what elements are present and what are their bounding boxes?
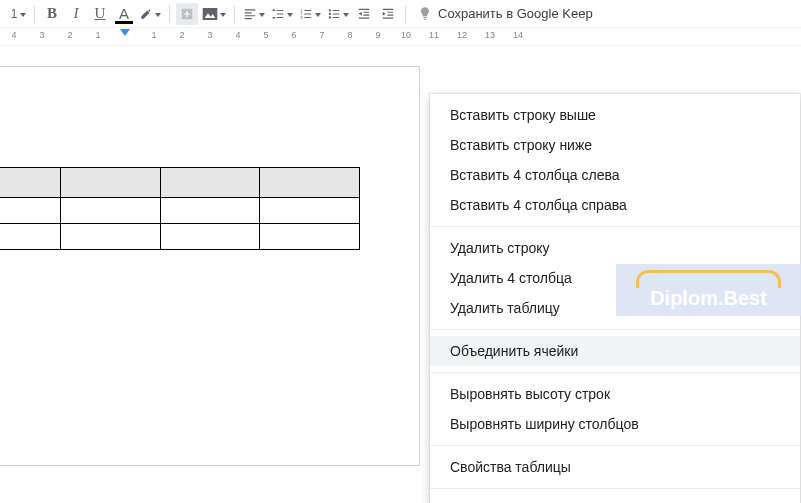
svg-text:3: 3: [300, 14, 303, 19]
menu-separator: [430, 226, 800, 227]
ruler-marks: 43211234567891011121314: [0, 30, 532, 40]
indent-marker[interactable]: [120, 29, 130, 36]
align-button[interactable]: [241, 3, 267, 25]
table-header-cell[interactable]: [260, 168, 360, 198]
numbered-list-button[interactable]: 123: [297, 3, 323, 25]
indent-increase-icon: [381, 7, 395, 21]
line-spacing-icon: [271, 7, 285, 21]
line-spacing-button[interactable]: [269, 3, 295, 25]
menu-separator: [430, 445, 800, 446]
highlight-color-button[interactable]: [137, 3, 163, 25]
table-row[interactable]: [0, 168, 360, 198]
italic-button[interactable]: I: [65, 3, 87, 25]
table-cell[interactable]: [0, 198, 60, 224]
table-header-cell[interactable]: [0, 168, 60, 198]
table-cell[interactable]: [160, 198, 260, 224]
menu-item[interactable]: Удалить 4 столбца: [430, 263, 800, 293]
zoom-label: 1: [11, 7, 18, 21]
save-to-keep-label: Сохранить в Google Keep: [438, 6, 593, 21]
table-context-menu: Вставить строку вышеВставить строку ниже…: [430, 94, 800, 503]
image-icon: [202, 7, 218, 21]
svg-point-7: [329, 12, 331, 14]
plus-box-icon: [180, 7, 194, 21]
menu-item[interactable]: Вставить строку ниже: [430, 130, 800, 160]
menu-item[interactable]: Выделить весь похожий текст: [430, 495, 800, 503]
svg-rect-11: [423, 16, 426, 17]
menu-item[interactable]: Удалить таблицу: [430, 293, 800, 323]
menu-item[interactable]: Вставить 4 столбца справа: [430, 190, 800, 220]
menu-item[interactable]: Вставить строку выше: [430, 100, 800, 130]
menu-separator: [430, 488, 800, 489]
menu-item[interactable]: Объединить ячейки: [430, 336, 800, 366]
table-cell[interactable]: [60, 198, 160, 224]
align-left-icon: [243, 7, 257, 21]
table-cell[interactable]: [160, 224, 260, 250]
svg-marker-10: [383, 11, 386, 15]
toolbar: 1 B I U A 123 Сохранить в Google Keep: [0, 0, 801, 28]
document-table[interactable]: [0, 167, 360, 250]
text-color-button[interactable]: A: [113, 3, 135, 25]
table-row[interactable]: [0, 198, 360, 224]
menu-item[interactable]: Свойства таблицы: [430, 452, 800, 482]
bulleted-list-icon: [327, 7, 341, 21]
zoom-dropdown[interactable]: 1: [6, 3, 28, 25]
menu-item[interactable]: Выровнять ширину столбцов: [430, 409, 800, 439]
bulleted-list-button[interactable]: [325, 3, 351, 25]
indent-decrease-icon: [357, 7, 371, 21]
table-header-cell[interactable]: [60, 168, 160, 198]
separator: [34, 5, 35, 23]
insert-link-button[interactable]: [176, 3, 198, 25]
table-row[interactable]: [0, 224, 360, 250]
separator: [169, 5, 170, 23]
document-area: Вставить строку вышеВставить строку ниже…: [0, 46, 801, 503]
underline-button[interactable]: U: [89, 3, 111, 25]
increase-indent-button[interactable]: [377, 3, 399, 25]
table-header-cell[interactable]: [160, 168, 260, 198]
separator: [234, 5, 235, 23]
page[interactable]: [0, 66, 420, 466]
table-cell[interactable]: [0, 224, 60, 250]
svg-rect-1: [203, 8, 218, 20]
bold-button[interactable]: B: [41, 3, 63, 25]
table-cell[interactable]: [260, 224, 360, 250]
menu-separator: [430, 372, 800, 373]
numbered-list-icon: 123: [299, 7, 313, 21]
highlighter-icon: [139, 7, 153, 21]
ruler[interactable]: 43211234567891011121314: [0, 28, 801, 46]
menu-item[interactable]: Удалить строку: [430, 233, 800, 263]
table-cell[interactable]: [60, 224, 160, 250]
save-to-keep-button[interactable]: Сохранить в Google Keep: [412, 6, 599, 22]
table-cell[interactable]: [260, 198, 360, 224]
separator: [405, 5, 406, 23]
svg-rect-12: [424, 18, 426, 19]
svg-point-8: [329, 16, 331, 18]
menu-separator: [430, 329, 800, 330]
decrease-indent-button[interactable]: [353, 3, 375, 25]
svg-point-6: [329, 9, 331, 11]
svg-marker-9: [359, 11, 362, 15]
insert-image-button[interactable]: [200, 3, 228, 25]
lightbulb-icon: [418, 6, 432, 22]
menu-item[interactable]: Выровнять высоту строк: [430, 379, 800, 409]
menu-item[interactable]: Вставить 4 столбца слева: [430, 160, 800, 190]
